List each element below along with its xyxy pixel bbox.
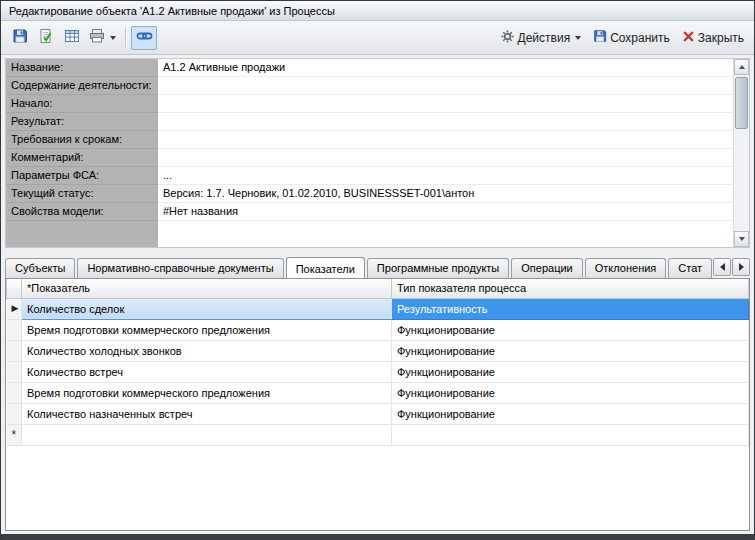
tab-operations[interactable]: Операции bbox=[511, 258, 582, 278]
window-title: Редактирование объекта 'A1.2 Активные пр… bbox=[9, 5, 335, 17]
link-button[interactable] bbox=[131, 26, 157, 50]
property-label: Параметры ФСА: bbox=[6, 167, 158, 185]
type-cell[interactable]: Функционирование bbox=[392, 340, 749, 361]
column-header-indicator[interactable]: *Показатель bbox=[22, 279, 392, 298]
grid-header-row: *Показатель Тип показателя процесса bbox=[7, 279, 749, 298]
tab-scrollers bbox=[713, 258, 750, 276]
property-panel: Название: A1.2 Активные продажи Содержан… bbox=[5, 58, 750, 248]
close-button[interactable]: Закрыть bbox=[678, 26, 748, 50]
toolbar: Действия Сохранить Закрыть bbox=[1, 21, 754, 55]
save-button[interactable]: Сохранить bbox=[589, 26, 674, 50]
print-dropdown-caret-icon bbox=[110, 36, 116, 40]
deadline-requirements-field[interactable] bbox=[158, 131, 733, 149]
print-button[interactable] bbox=[85, 26, 120, 50]
close-label: Закрыть bbox=[698, 31, 744, 45]
tab-scroll-right-icon[interactable] bbox=[732, 258, 750, 276]
property-label: Содержание деятельности: bbox=[6, 77, 158, 95]
title-bar[interactable]: Редактирование объекта 'A1.2 Активные пр… bbox=[1, 1, 754, 21]
table-row[interactable]: Время подготовки коммерческого предложен… bbox=[7, 382, 749, 403]
property-row: Требования к срокам: bbox=[6, 131, 733, 149]
table-grid-icon bbox=[64, 28, 80, 47]
row-selector[interactable] bbox=[7, 403, 22, 424]
tab-reference-documents[interactable]: Нормативно-справочные документы bbox=[77, 258, 283, 278]
table-row[interactable]: Количество встреч Функционирование bbox=[7, 361, 749, 382]
fsa-params-field[interactable]: ... bbox=[158, 167, 733, 185]
type-cell[interactable]: Функционирование bbox=[392, 319, 749, 340]
selector-column-header bbox=[7, 279, 22, 298]
comment-field[interactable] bbox=[158, 149, 733, 167]
property-grid: Название: A1.2 Активные продажи Содержан… bbox=[6, 59, 733, 247]
red-cross-icon bbox=[682, 30, 695, 46]
document-check-button[interactable] bbox=[33, 26, 59, 50]
activity-content-field[interactable] bbox=[158, 77, 733, 95]
table-tool-button[interactable] bbox=[59, 26, 85, 50]
actions-label: Действия bbox=[518, 31, 571, 45]
table-row[interactable]: Количество холодных звонков Функциониров… bbox=[7, 340, 749, 361]
property-row: Параметры ФСА: ... bbox=[6, 167, 733, 185]
toolbar-right-group: Действия Сохранить Закрыть bbox=[496, 26, 748, 50]
start-field[interactable] bbox=[158, 95, 733, 113]
model-properties-field[interactable]: #Нет названия bbox=[158, 203, 733, 221]
type-cell[interactable]: Функционирование bbox=[392, 403, 749, 424]
property-value-filler bbox=[158, 221, 733, 248]
indicators-grid: *Показатель Тип показателя процесса ▶ Ко… bbox=[5, 278, 750, 531]
indicator-cell[interactable]: Количество назначенных встреч bbox=[22, 403, 392, 424]
tab-deviations[interactable]: Отклонения bbox=[585, 258, 667, 278]
tab-scroll-left-icon[interactable] bbox=[713, 258, 731, 276]
new-row-selector[interactable]: * bbox=[7, 424, 22, 445]
printer-icon bbox=[89, 28, 105, 47]
row-selector[interactable] bbox=[7, 382, 22, 403]
scroll-up-icon[interactable] bbox=[734, 59, 749, 75]
scrollbar-thumb[interactable] bbox=[735, 77, 748, 129]
property-label: Название: bbox=[6, 59, 158, 77]
tab-subjects[interactable]: Субъекты bbox=[5, 258, 75, 278]
property-label: Требования к срокам: bbox=[6, 131, 158, 149]
row-selector[interactable] bbox=[7, 319, 22, 340]
property-row: Начало: bbox=[6, 95, 733, 113]
table-row-new[interactable]: * bbox=[7, 424, 749, 445]
dialog-window: Редактирование объекта 'A1.2 Активные пр… bbox=[0, 0, 755, 540]
table-row[interactable]: ▶ Количество сделок Результативность bbox=[7, 298, 749, 319]
actions-button[interactable]: Действия bbox=[496, 26, 586, 50]
tab-stat[interactable]: Стат bbox=[668, 258, 712, 278]
column-header-type[interactable]: Тип показателя процесса bbox=[392, 279, 749, 298]
floppy-disk-icon bbox=[593, 29, 607, 46]
property-label: Свойства модели: bbox=[6, 203, 158, 221]
property-label: Комментарий: bbox=[6, 149, 158, 167]
property-row: Название: A1.2 Активные продажи bbox=[6, 59, 733, 77]
row-selector[interactable] bbox=[7, 361, 22, 382]
toolbar-separator bbox=[125, 28, 126, 48]
property-label: Начало: bbox=[6, 95, 158, 113]
table-row[interactable]: Время подготовки коммерческого предложен… bbox=[7, 319, 749, 340]
tab-strip: Субъекты Нормативно-справочные документы… bbox=[5, 254, 750, 278]
type-cell[interactable]: Функционирование bbox=[392, 361, 749, 382]
scrollbar-track[interactable] bbox=[734, 75, 749, 231]
indicator-cell[interactable]: Количество холодных звонков bbox=[22, 340, 392, 361]
current-status-field[interactable]: Версия: 1.7. Черновик, 01.02.2010, BUSIN… bbox=[158, 185, 733, 203]
type-cell[interactable]: Функционирование bbox=[392, 382, 749, 403]
actions-dropdown-caret-icon bbox=[575, 36, 581, 40]
property-row: Свойства модели: #Нет названия bbox=[6, 203, 733, 221]
row-selector[interactable]: ▶ bbox=[7, 298, 22, 319]
indicator-cell[interactable]: Количество сделок bbox=[22, 298, 392, 319]
property-label: Текущий статус: bbox=[6, 185, 158, 203]
type-cell[interactable] bbox=[392, 424, 749, 445]
chain-link-icon bbox=[136, 28, 153, 47]
tab-indicators[interactable]: Показатели bbox=[286, 257, 365, 278]
type-cell[interactable]: Результативность bbox=[392, 298, 749, 319]
save-tool-button[interactable] bbox=[7, 26, 33, 50]
indicator-cell[interactable]: Количество встреч bbox=[22, 361, 392, 382]
result-field[interactable] bbox=[158, 113, 733, 131]
name-field[interactable]: A1.2 Активные продажи bbox=[158, 59, 733, 77]
indicator-cell[interactable] bbox=[22, 424, 392, 445]
property-row: Результат: bbox=[6, 113, 733, 131]
property-label-filler bbox=[6, 221, 158, 248]
indicator-cell[interactable]: Время подготовки коммерческого предложен… bbox=[22, 382, 392, 403]
indicator-cell[interactable]: Время подготовки коммерческого предложен… bbox=[22, 319, 392, 340]
table-row[interactable]: Количество назначенных встреч Функционир… bbox=[7, 403, 749, 424]
property-scrollbar[interactable] bbox=[733, 59, 749, 247]
tab-software-products[interactable]: Программные продукты bbox=[367, 258, 509, 278]
scroll-down-icon[interactable] bbox=[734, 231, 749, 247]
row-selector[interactable] bbox=[7, 340, 22, 361]
gear-icon bbox=[500, 29, 515, 47]
